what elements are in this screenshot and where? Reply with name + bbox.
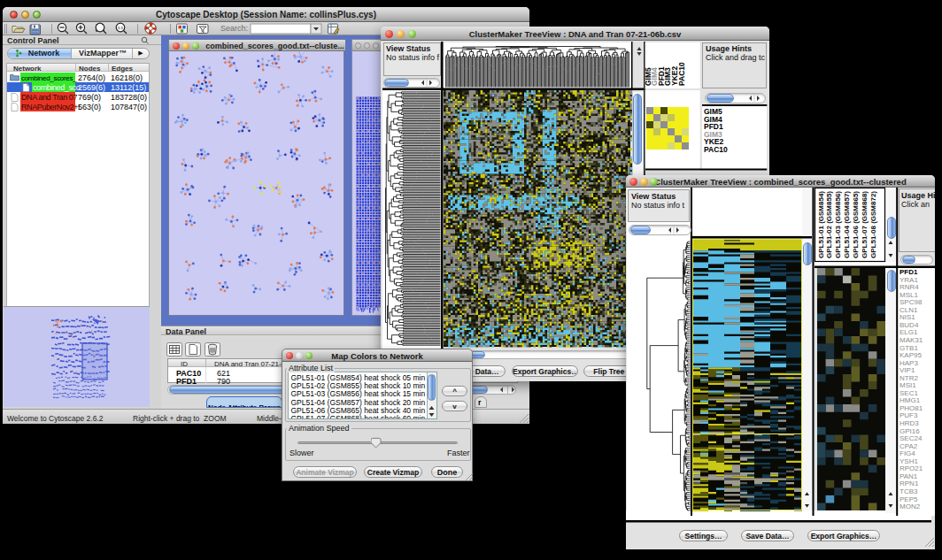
svg-text:MON2: MON2 (900, 502, 921, 510)
svg-text:Search:: Search: (220, 24, 248, 33)
svg-text:GPL51-04 (GSM857): GPL51-04 (GSM857) (843, 191, 851, 258)
svg-text:GPL51-03 (GSM856): GPL51-03 (GSM856) (834, 191, 842, 258)
svg-text:GPL51-07 (GSM868): GPL51-07 (GSM868) (861, 191, 869, 258)
svg-text:1:1: 1:1 (118, 26, 124, 30)
svg-text:PAC10: PAC10 (677, 62, 686, 86)
svg-text:PAC10: PAC10 (704, 145, 728, 154)
svg-text:GPL51-02 (GSM855): GPL51-02 (GSM855) (825, 191, 833, 258)
svg-text:GPL51-08 (GSM872): GPL51-08 (GSM872) (869, 191, 877, 258)
svg-text:GPL51-06 (GSM865): GPL51-06 (GSM865) (852, 191, 860, 258)
svg-text:GPL51-01 (GSM854): GPL51-01 (GSM854) (817, 191, 825, 258)
